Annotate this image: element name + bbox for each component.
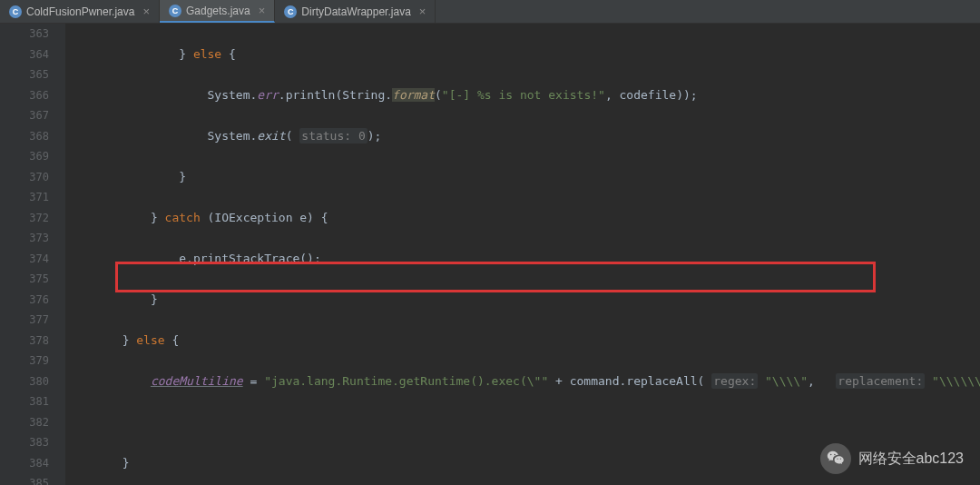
- tab-gadgets[interactable]: C Gadgets.java ×: [160, 0, 275, 23]
- watermark: 网络安全abc123: [820, 443, 965, 474]
- tab-label: DirtyDataWrapper.java: [301, 5, 411, 18]
- class-icon: C: [284, 5, 297, 18]
- tab-coldfusionpwner[interactable]: C ColdFusionPwner.java ×: [0, 0, 160, 23]
- tab-label: ColdFusionPwner.java: [26, 5, 134, 18]
- line-gutter: 3633643653663673683693703713723733743753…: [0, 24, 65, 485]
- close-icon[interactable]: ×: [259, 4, 266, 17]
- watermark-text: 网络安全abc123: [858, 450, 965, 469]
- code-editor[interactable]: 3633643653663673683693703713723733743753…: [0, 24, 980, 485]
- close-icon[interactable]: ×: [419, 5, 426, 18]
- tab-dirtydatawrapper[interactable]: C DirtyDataWrapper.java ×: [275, 0, 436, 23]
- editor-tabs: C ColdFusionPwner.java × C Gadgets.java …: [0, 0, 980, 24]
- class-icon: C: [169, 5, 181, 17]
- tab-label: Gadgets.java: [186, 5, 250, 17]
- close-icon[interactable]: ×: [142, 5, 150, 18]
- code-area[interactable]: } else { System.err.println(String.forma…: [65, 24, 980, 485]
- class-icon: C: [9, 5, 22, 18]
- wechat-icon: [820, 443, 851, 474]
